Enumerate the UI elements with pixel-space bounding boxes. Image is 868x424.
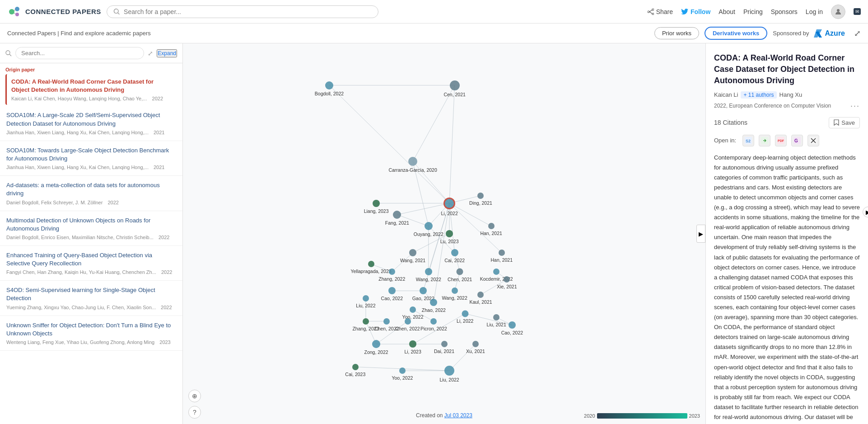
pricing-button[interactable]: Pricing (743, 8, 763, 15)
graph-node[interactable] (389, 269, 395, 275)
graph-node[interactable] (430, 299, 437, 306)
left-search-input[interactable] (15, 47, 144, 59)
list-item[interactable]: SODA10M: A Large-Scale 2D Self/Semi-Supe… (0, 106, 182, 141)
graph-node[interactable] (425, 268, 432, 275)
graph-node[interactable] (409, 249, 416, 256)
paper-title: SODA10M: A Large-Scale 2D Self/Semi-Supe… (6, 111, 176, 127)
search-bar[interactable] (107, 5, 378, 18)
open-in-semantic-scholar[interactable]: S2 (742, 135, 754, 146)
graph-node[interactable] (368, 261, 374, 267)
mail-icon[interactable]: ✉ (854, 8, 861, 15)
graph-node[interactable] (451, 249, 458, 256)
list-item[interactable]: Enhanced Training of Query-Based Object … (0, 246, 182, 281)
center-graph: Bogdoll, 2022Cen, 2021Carranza-García, 2… (183, 43, 705, 424)
graph-node[interactable] (325, 81, 333, 90)
list-item[interactable]: Multimodal Detection of Unknown Objects … (0, 211, 182, 246)
graph-node[interactable] (472, 341, 479, 347)
svg-line-18 (449, 85, 455, 203)
list-item[interactable]: Ad-datasets: a meta-collection of data s… (0, 176, 182, 211)
graph-node[interactable] (430, 318, 437, 325)
graph-node[interactable] (462, 310, 468, 317)
open-in-unpaywall[interactable] (759, 135, 770, 146)
graph-node[interactable] (443, 198, 455, 209)
graph-node[interactable] (457, 269, 463, 275)
graph-node[interactable] (388, 287, 396, 294)
graph-node[interactable] (393, 211, 401, 219)
svg-point-15 (6, 51, 10, 55)
graph-node[interactable] (352, 364, 359, 370)
expand-button[interactable]: Expand (157, 49, 177, 57)
graph-node[interactable] (420, 287, 427, 294)
graph-node[interactable] (408, 157, 417, 166)
graph-node[interactable] (405, 318, 411, 325)
paper-authors: Daniel Bogdoll, Enrico Eisen, Maximilian… (6, 235, 176, 240)
graph-node[interactable] (477, 193, 484, 199)
graph-node[interactable] (425, 222, 433, 230)
graph-node[interactable] (452, 287, 458, 294)
open-in-pdf[interactable]: PDF (775, 135, 787, 146)
about-button[interactable]: About (719, 8, 735, 15)
conference-row: 2022, European Conference on Computer Vi… (714, 101, 860, 111)
origin-paper-title[interactable]: CODA: A Real-World Road Corner Case Data… (11, 78, 173, 94)
node-label: Chen, 2022 (395, 326, 420, 331)
svg-line-28 (434, 203, 449, 302)
svg-line-27 (423, 203, 449, 291)
list-item[interactable]: Unknown Sniffer for Object Detection: Do… (0, 316, 182, 351)
resize-icon[interactable]: ⤢ (148, 50, 153, 57)
graph-node[interactable] (446, 230, 453, 237)
graph-node[interactable] (399, 367, 406, 374)
list-item[interactable]: S4OD: Semi-Supervised learning for Singl… (0, 281, 182, 316)
graph-node[interactable] (477, 292, 484, 298)
node-label: Wang, 2021 (400, 258, 425, 263)
graph-node[interactable] (493, 269, 499, 275)
graph-node[interactable] (363, 295, 369, 302)
list-item[interactable]: SODA10M: Towards Large-Scale Object Dete… (0, 141, 182, 176)
node-label: Li, 2022 (457, 318, 473, 324)
more-options-button[interactable]: ··· (850, 101, 860, 111)
conference-text: 2022, European Conference on Computer Vi… (714, 103, 831, 109)
graph-node[interactable] (441, 341, 448, 347)
open-in-twitter[interactable] (807, 135, 819, 146)
prior-works-button[interactable]: Prior works (654, 27, 699, 39)
share-button[interactable]: Share (648, 8, 673, 15)
open-in-google-scholar[interactable]: G (791, 135, 803, 146)
graph-node[interactable] (493, 314, 499, 320)
target-button[interactable]: ⊕ (188, 390, 201, 402)
graph-node[interactable] (504, 276, 510, 283)
search-input[interactable] (124, 8, 372, 15)
graph-node[interactable] (363, 318, 369, 325)
help-button[interactable]: ? (188, 406, 201, 419)
more-authors-tag[interactable]: + 11 authors (741, 91, 776, 99)
graph-node[interactable] (499, 250, 505, 256)
graph-node[interactable] (488, 223, 495, 229)
subtitle-text: Connected Papers | Find and explore acad… (7, 30, 649, 37)
user-avatar[interactable] (831, 5, 845, 19)
node-label: Kaul, 2021 (469, 299, 492, 305)
open-in-row: Open in: S2 PDF (714, 135, 860, 146)
node-label: Cao, 2022 (501, 330, 523, 335)
graph-node[interactable] (383, 318, 390, 325)
svg-line-23 (449, 203, 455, 253)
paper-authors: Jianhua Han, Xiwen Liang, Hang Xu, Kai C… (6, 165, 176, 170)
node-label: Zhao, 2022 (422, 307, 446, 313)
sponsors-button[interactable]: Sponsors (771, 8, 798, 15)
graph-node[interactable] (372, 340, 380, 348)
graph-node[interactable] (373, 200, 380, 207)
svg-line-49 (413, 234, 449, 253)
timeline-start: 2020 (584, 413, 595, 419)
right-panel-toggle[interactable]: ▶ (696, 225, 705, 243)
graph-node[interactable] (444, 366, 454, 376)
fullscreen-icon[interactable]: ⤢ (854, 28, 861, 38)
login-button[interactable]: Log in (806, 8, 823, 15)
graph-node[interactable] (450, 80, 460, 90)
graph-node[interactable] (409, 340, 416, 348)
save-button[interactable]: Save (829, 117, 860, 128)
origin-paper-card[interactable]: CODA: A Real-World Road Corner Case Data… (5, 74, 177, 105)
created-date-link[interactable]: Jul 03 2023 (444, 412, 472, 419)
follow-button[interactable]: Follow (681, 8, 710, 15)
derivative-works-button[interactable]: Derivative works (705, 27, 767, 40)
graph-node[interactable] (509, 321, 516, 329)
graph-node[interactable] (410, 306, 416, 313)
node-label: Cao, 2022 (381, 296, 403, 301)
svg-line-16 (9, 54, 11, 56)
